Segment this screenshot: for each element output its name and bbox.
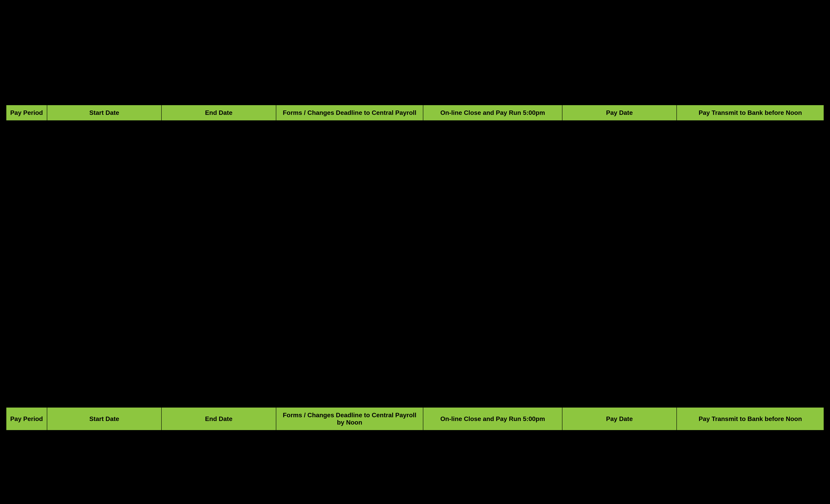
header-transmit-2: Pay Transmit to Bank before Noon bbox=[677, 407, 824, 430]
header-pay-period-2: Pay Period bbox=[6, 407, 47, 430]
header-end-date-2: End Date bbox=[161, 407, 276, 430]
header-pay-date-2: Pay Date bbox=[562, 407, 677, 430]
payroll-schedule-table-1: Pay Period Start Date End Date Forms / C… bbox=[6, 105, 824, 121]
header-transmit-1: Pay Transmit to Bank before Noon bbox=[677, 105, 824, 121]
header-pay-date-1: Pay Date bbox=[562, 105, 677, 121]
payroll-schedule-table-2: Pay Period Start Date End Date Forms / C… bbox=[6, 407, 824, 431]
header-forms-deadline-1: Forms / Changes Deadline to Central Payr… bbox=[276, 105, 423, 121]
header-forms-deadline-2: Forms / Changes Deadline to Central Payr… bbox=[276, 407, 423, 430]
payroll-table-2: Pay Period Start Date End Date Forms / C… bbox=[6, 407, 824, 431]
header-pay-period-1: Pay Period bbox=[6, 105, 47, 121]
payroll-table-1: Pay Period Start Date End Date Forms / C… bbox=[6, 105, 824, 121]
header-start-date-2: Start Date bbox=[47, 407, 161, 430]
header-end-date-1: End Date bbox=[161, 105, 276, 121]
header-online-close-2: On-line Close and Pay Run 5:00pm bbox=[423, 407, 562, 430]
header-online-close-1: On-line Close and Pay Run 5:00pm bbox=[423, 105, 562, 121]
header-start-date-1: Start Date bbox=[47, 105, 161, 121]
